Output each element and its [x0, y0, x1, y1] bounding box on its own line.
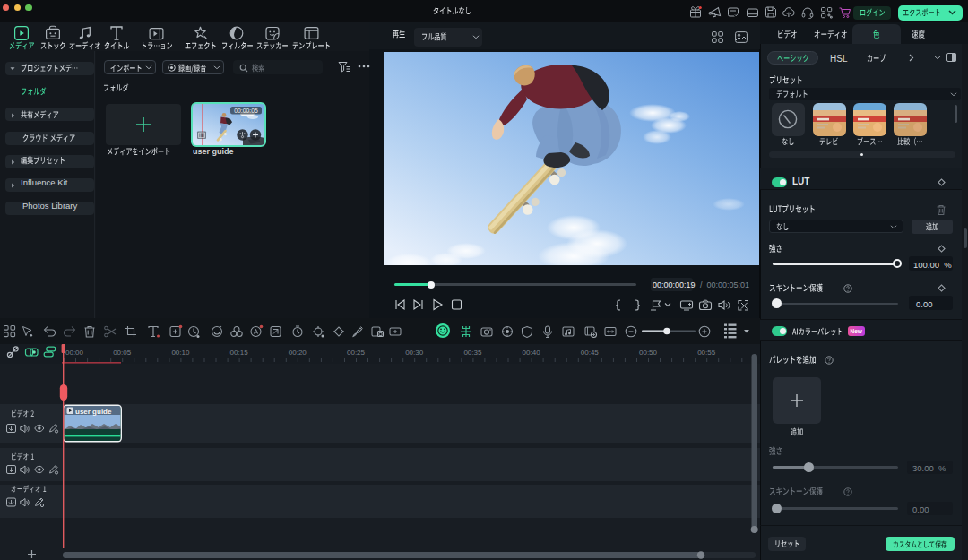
svg-text:user guide: user guide [75, 408, 112, 416]
svg-text:00:00:05: 00:00:05 [234, 108, 258, 114]
